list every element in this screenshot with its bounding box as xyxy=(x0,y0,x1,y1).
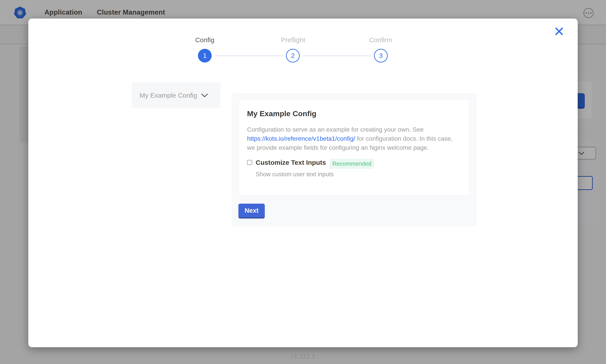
step-number: 1 xyxy=(203,52,207,59)
step-circle-1[interactable]: 1 xyxy=(198,49,212,63)
config-group-title: My Example Config xyxy=(247,109,460,118)
customize-text-inputs-checkbox[interactable] xyxy=(247,160,252,165)
step-connector-2 xyxy=(303,55,371,56)
description-line: https://kots.io/reference/v1beta1/config… xyxy=(247,134,460,143)
config-group-card: My Example Config Configuration to serve… xyxy=(239,99,469,195)
config-docs-link[interactable]: https://kots.io/reference/v1beta1/config… xyxy=(247,135,355,142)
step-number: 2 xyxy=(291,52,295,59)
description-line: we provide example fields for configurin… xyxy=(247,143,460,152)
config-group-description: Configuration to serve as an example for… xyxy=(247,125,460,152)
step-label-confirm: Confirm xyxy=(345,36,416,44)
step-circle-3[interactable]: 3 xyxy=(374,49,388,63)
customize-text-inputs-row: Customize Text Inputs Recommended xyxy=(247,159,460,169)
description-line: Configuration to serve as an example for… xyxy=(247,125,460,134)
config-group-label: My Example Config xyxy=(139,92,197,99)
config-wizard-modal: Config Preflight Confirm 1 2 3 My Exampl… xyxy=(28,19,578,347)
chevron-down-icon xyxy=(201,93,208,98)
config-group-chooser[interactable]: My Example Config xyxy=(132,82,221,108)
next-button[interactable]: Next xyxy=(238,204,265,219)
close-icon[interactable] xyxy=(555,27,564,36)
step-circle-2[interactable]: 2 xyxy=(286,49,300,63)
description-text: for configuration docs. In this case, xyxy=(355,135,453,142)
customize-text-inputs-help: Show custom user text inputs xyxy=(256,171,460,178)
screen: Application Cluster Management 0 y v1.11… xyxy=(0,0,606,364)
step-number: 3 xyxy=(379,52,383,59)
recommended-badge: Recommended xyxy=(330,159,374,169)
config-panel: My Example Config Configuration to serve… xyxy=(232,93,477,226)
step-label-config: Config xyxy=(169,36,240,44)
customize-text-inputs-label[interactable]: Customize Text Inputs xyxy=(256,159,326,166)
step-connector-1 xyxy=(215,55,283,56)
step-label-preflight: Preflight xyxy=(258,36,329,44)
